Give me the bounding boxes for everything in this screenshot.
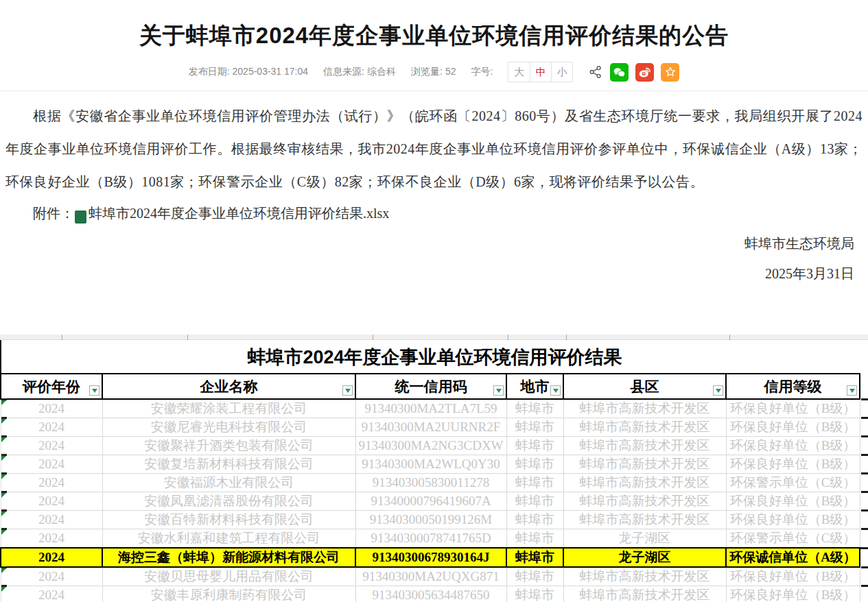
cell-year[interactable]: 2024 [1, 548, 102, 567]
cell-year[interactable]: 2024 [1, 492, 102, 511]
cell-county[interactable]: 蚌埠市高新技术开发区 [563, 511, 726, 529]
publish-date: 发布日期:2025-03-31 17:04 [189, 66, 308, 78]
cell-city[interactable]: 蚌埠市 [506, 437, 563, 455]
cell-grade[interactable]: 环保诚信单位（A级） [726, 548, 860, 567]
cell-credit_code[interactable]: 91340300678930164J [355, 548, 506, 567]
cell-company[interactable]: 安徽聚祥升酒类包装有限公司 [102, 437, 355, 455]
cell-city[interactable]: 蚌埠市 [506, 511, 563, 529]
cell-county[interactable]: 蚌埠市高新技术开发区 [563, 586, 726, 602]
cell-city[interactable]: 蚌埠市 [506, 548, 563, 567]
share-icon[interactable] [588, 64, 603, 80]
cell-credit_code[interactable]: 91340300078741765D [355, 529, 506, 549]
results-spreadsheet: 蚌埠市2024年度企事业单位环境信用评价结果 评价年份企业名称统一信用码地市县区… [0, 335, 868, 602]
column-header-county: 县区 [563, 374, 726, 399]
cell-county[interactable]: 蚌埠市高新技术开发区 [563, 418, 726, 437]
font-size-small-button[interactable]: 小 [551, 62, 572, 82]
cell-company[interactable]: 安徽尼睿光电科技有限公司 [102, 418, 355, 437]
cell-county[interactable]: 龙子湖区 [563, 548, 726, 567]
column-header-year: 评价年份 [1, 374, 102, 399]
cell-company[interactable]: 安徽凤凰滤清器股份有限公司 [102, 492, 355, 511]
filter-dropdown-icon-credit_code[interactable] [493, 385, 504, 396]
cell-year[interactable]: 2024 [1, 511, 102, 529]
wechat-icon[interactable] [610, 63, 629, 82]
cell-county[interactable]: 蚌埠市高新技术开发区 [563, 474, 726, 492]
filter-dropdown-icon-county[interactable] [713, 385, 723, 396]
font-size-group: 大 中 小 [508, 62, 573, 82]
cell-grade[interactable]: 环保良好单位（B级） [726, 511, 860, 529]
cell-company[interactable]: 安徽贝思母婴儿用品有限公司 [102, 567, 355, 586]
filter-dropdown-icon-year[interactable] [89, 385, 99, 396]
cell-county[interactable]: 蚌埠市高新技术开发区 [563, 437, 726, 455]
filter-dropdown-icon-company[interactable] [342, 385, 353, 396]
filter-dropdown-icon-grade[interactable] [847, 385, 857, 396]
cell-year[interactable]: 2024 [1, 586, 102, 602]
cell-city[interactable]: 蚌埠市 [506, 418, 563, 437]
cell-credit_code[interactable]: 913403005634487650 [355, 586, 506, 602]
cell-year[interactable]: 2024 [1, 399, 102, 418]
meta-row: 发布日期:2025-03-31 17:04 信息来源:综合科 浏览量:52 字号… [0, 62, 868, 82]
cell-city[interactable]: 蚌埠市 [506, 455, 563, 474]
cell-city[interactable]: 蚌埠市 [506, 399, 563, 418]
cell-year[interactable]: 2024 [1, 529, 102, 549]
cell-county[interactable]: 蚌埠市高新技术开发区 [563, 399, 726, 418]
cell-credit_code[interactable]: 91340300MA2UURNR2F [355, 418, 506, 437]
cell-company[interactable]: 安徽复培新材料科技有限公司 [102, 455, 355, 474]
favorite-star-icon[interactable] [661, 63, 679, 82]
table-row: 2024安徽丰原利康制药有限公司913403005634487650蚌埠市蚌埠市… [1, 586, 860, 602]
table-row: 2024安徽凤凰滤清器股份有限公司91340000796419607A蚌埠市蚌埠… [1, 492, 860, 511]
sheet-edge-strip [0, 335, 868, 340]
cell-grade[interactable]: 环保良好单位（B级） [726, 418, 860, 437]
cell-year[interactable]: 2024 [1, 474, 102, 492]
cell-county[interactable]: 蚌埠市高新技术开发区 [563, 455, 726, 474]
column-header-credit_code: 统一信用码 [355, 374, 506, 399]
cell-year[interactable]: 2024 [1, 455, 102, 474]
font-size-medium-button[interactable]: 中 [530, 62, 551, 82]
table-row: 2024安徽荣耀涂装工程有限公司91340300MA2TLA7L59蚌埠市蚌埠市… [1, 399, 860, 418]
cell-city[interactable]: 蚌埠市 [506, 529, 563, 549]
cell-county[interactable]: 龙子湖区 [563, 529, 726, 549]
cell-grade[interactable]: 环保良好单位（B级） [726, 399, 860, 418]
excel-file-icon: X [75, 210, 86, 224]
cell-city[interactable]: 蚌埠市 [506, 492, 563, 511]
info-source: 信息来源:综合科 [323, 66, 396, 78]
results-table: 评价年份企业名称统一信用码地市县区信用等级 2024安徽荣耀涂装工程有限公司91… [0, 373, 860, 602]
cell-year[interactable]: 2024 [1, 418, 102, 437]
cell-credit_code[interactable]: 91340300MA2TLA7L59 [355, 399, 506, 418]
cell-city[interactable]: 蚌埠市 [506, 567, 563, 586]
cell-grade[interactable]: 环保良好单位（B级） [726, 586, 860, 602]
cell-city[interactable]: 蚌埠市 [506, 474, 563, 492]
attachment-label: 附件： [33, 206, 74, 221]
cell-county[interactable]: 蚌埠市高新技术开发区 [563, 492, 726, 511]
column-header-city: 地市 [506, 374, 563, 399]
cell-grade[interactable]: 环保良好单位（B级） [726, 455, 860, 474]
font-size-large-button[interactable]: 大 [508, 62, 530, 82]
column-label: 县区 [631, 378, 659, 394]
weibo-icon[interactable] [635, 63, 654, 82]
attachment-link[interactable]: 蚌埠市2024年度企事业单位环境信用评价结果.xlsx [89, 206, 389, 221]
cell-grade[interactable]: 环保警示单位（C级） [726, 474, 860, 492]
cell-city[interactable]: 蚌埠市 [506, 586, 563, 602]
cell-credit_code[interactable]: 91340300MA2UQXG871 [355, 567, 506, 586]
filter-dropdown-icon-city[interactable] [550, 385, 561, 396]
cell-company[interactable]: 安徽水利嘉和建筑工程有限公司 [102, 529, 355, 549]
cell-grade[interactable]: 环保良好单位（B级） [726, 492, 860, 511]
announcement-paragraph: 根据《安徽省企事业单位环境信用评价管理办法（试行）》（皖环函〔2024〕860号… [5, 99, 863, 198]
table-row: 2024安徽水利嘉和建筑工程有限公司91340300078741765D蚌埠市龙… [1, 529, 860, 549]
cell-credit_code[interactable]: 91340300050199126M [355, 511, 506, 529]
cell-company[interactable]: 安徽荣耀涂装工程有限公司 [102, 399, 355, 418]
cell-grade[interactable]: 环保警示单位（C级） [726, 529, 860, 549]
cell-year[interactable]: 2024 [1, 437, 102, 455]
cell-credit_code[interactable]: 91340300MA2WLQ0Y30 [355, 455, 506, 474]
cell-credit_code[interactable]: 91340000796419607A [355, 492, 506, 511]
table-row: 2024安徽贝思母婴儿用品有限公司91340300MA2UQXG871蚌埠市蚌埠… [1, 567, 860, 586]
cell-county[interactable]: 蚌埠市高新技术开发区 [563, 567, 726, 586]
cell-company[interactable]: 安徽百特新材料科技有限公司 [102, 511, 355, 529]
cell-credit_code[interactable]: 913403005830011278 [355, 474, 506, 492]
cell-grade[interactable]: 环保良好单位（B级） [726, 567, 860, 586]
cell-grade[interactable]: 环保良好单位（B级） [726, 437, 860, 455]
cell-company[interactable]: 安徽丰原利康制药有限公司 [102, 586, 355, 602]
cell-company[interactable]: 海控三鑫（蚌埠）新能源材料有限公司 [102, 548, 355, 567]
cell-year[interactable]: 2024 [1, 567, 102, 586]
cell-company[interactable]: 安徽福源木业有限公司 [102, 474, 355, 492]
cell-credit_code[interactable]: 91340300MA2NG3CDXW [355, 437, 506, 455]
